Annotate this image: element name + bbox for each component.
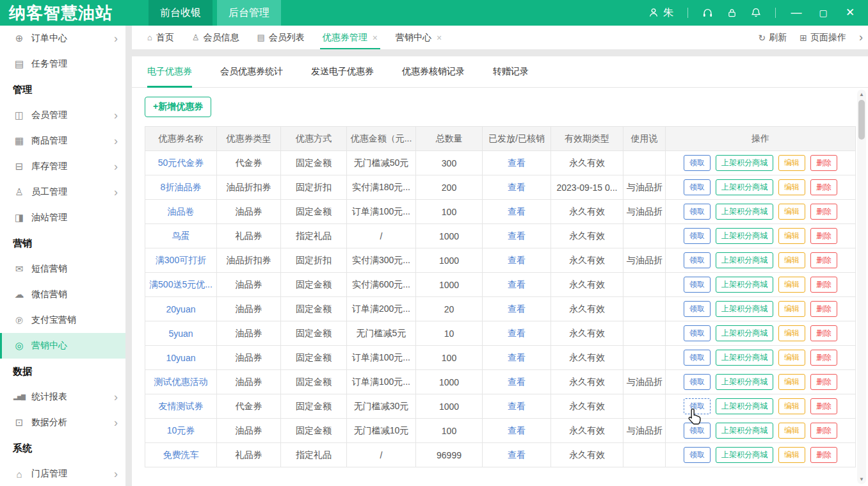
claim-button[interactable]: 领取 bbox=[684, 179, 711, 195]
refresh-button[interactable]: ↻ 刷新 bbox=[759, 32, 787, 44]
list-points-mall-button[interactable]: 上架积分商城 bbox=[716, 398, 773, 414]
claim-button[interactable]: 领取 bbox=[684, 155, 711, 171]
delete-button[interactable]: 删除 bbox=[810, 325, 837, 341]
sidebar-item[interactable]: ✉短信营销 bbox=[0, 256, 125, 282]
close-tab-icon[interactable]: × bbox=[373, 33, 378, 43]
subtab[interactable]: 电子优惠券 bbox=[147, 56, 192, 87]
vertical-scrollbar[interactable]: ▲ ▼ bbox=[857, 90, 866, 484]
claim-button[interactable]: 领取 bbox=[684, 398, 711, 414]
window-tab[interactable]: 优惠券管理× bbox=[323, 26, 378, 49]
claim-button[interactable]: 领取 bbox=[684, 277, 711, 293]
delete-button[interactable]: 删除 bbox=[810, 179, 837, 195]
bell-icon[interactable] bbox=[751, 8, 761, 18]
chevron-right-icon[interactable]: › bbox=[859, 31, 863, 44]
nav-backend-admin[interactable]: 后台管理 bbox=[217, 0, 281, 26]
coupon-name-link[interactable]: 油品卷 bbox=[168, 206, 195, 216]
view-link[interactable]: 查看 bbox=[508, 231, 526, 241]
subtab[interactable]: 优惠券核销记录 bbox=[402, 56, 465, 87]
view-link[interactable]: 查看 bbox=[508, 304, 526, 314]
claim-button[interactable]: 领取 bbox=[684, 204, 711, 220]
edit-button[interactable]: 编辑 bbox=[778, 423, 805, 439]
edit-button[interactable]: 编辑 bbox=[778, 350, 805, 366]
view-link[interactable]: 查看 bbox=[508, 328, 526, 338]
view-link[interactable]: 查看 bbox=[508, 255, 526, 265]
list-points-mall-button[interactable]: 上架积分商城 bbox=[716, 350, 773, 366]
delete-button[interactable]: 删除 bbox=[810, 301, 837, 317]
sidebar-item[interactable]: ☁微信营销 bbox=[0, 282, 125, 307]
add-coupon-button[interactable]: +新增优惠券 bbox=[145, 97, 211, 117]
view-link[interactable]: 查看 bbox=[508, 377, 526, 387]
delete-button[interactable]: 删除 bbox=[810, 350, 837, 366]
subtab[interactable]: 转赠记录 bbox=[493, 56, 529, 87]
window-tab[interactable]: 营销中心× bbox=[396, 26, 442, 49]
sidebar-item[interactable]: ◎营销中心 bbox=[0, 333, 125, 359]
sidebar-item[interactable]: ♙员工管理› bbox=[0, 179, 125, 205]
delete-button[interactable]: 删除 bbox=[810, 423, 837, 439]
list-points-mall-button[interactable]: 上架积分商城 bbox=[716, 447, 773, 463]
coupon-name-link[interactable]: 10元券 bbox=[167, 425, 195, 435]
edit-button[interactable]: 编辑 bbox=[778, 204, 805, 220]
scroll-up-icon[interactable]: ▲ bbox=[857, 92, 866, 97]
window-tab[interactable]: ♙会员信息 bbox=[192, 26, 239, 49]
subtab[interactable]: 发送电子优惠券 bbox=[311, 56, 374, 87]
close-tab-icon[interactable]: × bbox=[437, 33, 442, 43]
coupon-name-link[interactable]: 满300可打折 bbox=[156, 255, 206, 265]
subtab[interactable]: 会员优惠券统计 bbox=[220, 56, 283, 87]
delete-button[interactable]: 删除 bbox=[810, 155, 837, 171]
delete-button[interactable]: 删除 bbox=[810, 204, 837, 220]
view-link[interactable]: 查看 bbox=[508, 182, 526, 192]
view-link[interactable]: 查看 bbox=[508, 206, 526, 216]
claim-button[interactable]: 领取 bbox=[684, 301, 711, 317]
sidebar-item[interactable]: ⌂门店管理› bbox=[0, 461, 125, 486]
edit-button[interactable]: 编辑 bbox=[778, 301, 805, 317]
list-points-mall-button[interactable]: 上架积分商城 bbox=[716, 179, 773, 195]
edit-button[interactable]: 编辑 bbox=[778, 228, 805, 244]
edit-button[interactable]: 编辑 bbox=[778, 374, 805, 390]
coupon-name-link[interactable]: 满500送5元优... bbox=[149, 279, 213, 289]
view-link[interactable]: 查看 bbox=[508, 425, 526, 435]
minimize-button[interactable]: — bbox=[790, 0, 803, 26]
sidebar-item[interactable]: ⊟库存管理› bbox=[0, 154, 125, 179]
customer-service-icon[interactable] bbox=[702, 8, 713, 19]
coupon-name-link[interactable]: 友情测试券 bbox=[159, 401, 204, 411]
claim-button[interactable]: 领取 bbox=[684, 252, 711, 268]
sidebar-item[interactable]: ◨油站管理 bbox=[0, 205, 125, 231]
nav-front-cashier[interactable]: 前台收银 bbox=[149, 0, 213, 26]
list-points-mall-button[interactable]: 上架积分商城 bbox=[716, 155, 773, 171]
scroll-down-icon[interactable]: ▼ bbox=[857, 476, 866, 482]
claim-button[interactable]: 领取 bbox=[684, 447, 711, 463]
view-link[interactable]: 查看 bbox=[508, 158, 526, 168]
list-points-mall-button[interactable]: 上架积分商城 bbox=[716, 252, 773, 268]
delete-button[interactable]: 删除 bbox=[810, 374, 837, 390]
list-points-mall-button[interactable]: 上架积分商城 bbox=[716, 277, 773, 293]
list-points-mall-button[interactable]: 上架积分商城 bbox=[716, 228, 773, 244]
close-button[interactable]: ✕ bbox=[844, 0, 856, 26]
coupon-name-link[interactable]: 鸟蛋 bbox=[172, 231, 190, 241]
claim-button[interactable]: 领取 bbox=[684, 325, 711, 341]
sidebar-item[interactable]: ⊕订单中心› bbox=[0, 26, 125, 51]
claim-button[interactable]: 领取 bbox=[684, 423, 711, 439]
sidebar-item[interactable]: ▦商品管理› bbox=[0, 128, 125, 154]
coupon-name-link[interactable]: 8折油品券 bbox=[161, 182, 202, 192]
user-menu[interactable]: 朱 bbox=[648, 6, 673, 20]
view-link[interactable]: 查看 bbox=[508, 279, 526, 289]
delete-button[interactable]: 删除 bbox=[810, 277, 837, 293]
delete-button[interactable]: 删除 bbox=[810, 398, 837, 414]
list-points-mall-button[interactable]: 上架积分商城 bbox=[716, 423, 773, 439]
claim-button[interactable]: 领取 bbox=[684, 374, 711, 390]
edit-button[interactable]: 编辑 bbox=[778, 252, 805, 268]
edit-button[interactable]: 编辑 bbox=[778, 277, 805, 293]
coupon-name-link[interactable]: 测试优惠活动 bbox=[154, 377, 208, 387]
delete-button[interactable]: 删除 bbox=[810, 447, 837, 463]
view-link[interactable]: 查看 bbox=[508, 401, 526, 411]
list-points-mall-button[interactable]: 上架积分商城 bbox=[716, 374, 773, 390]
window-tab[interactable]: ▤会员列表 bbox=[257, 26, 305, 49]
sidebar-item[interactable]: ⊡数据分析› bbox=[0, 410, 125, 435]
delete-button[interactable]: 删除 bbox=[810, 252, 837, 268]
list-points-mall-button[interactable]: 上架积分商城 bbox=[716, 301, 773, 317]
view-link[interactable]: 查看 bbox=[508, 450, 526, 460]
page-operations-button[interactable]: ⊞ 页面操作 bbox=[800, 32, 846, 44]
list-points-mall-button[interactable]: 上架积分商城 bbox=[716, 204, 773, 220]
delete-button[interactable]: 删除 bbox=[810, 228, 837, 244]
sidebar-item[interactable]: ◫会员管理› bbox=[0, 102, 125, 128]
